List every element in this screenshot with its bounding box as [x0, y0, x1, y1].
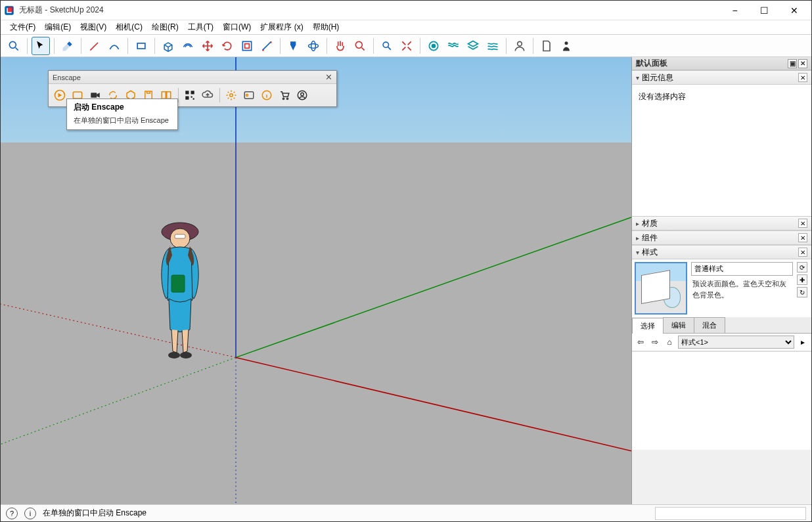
nav-home-icon[interactable]: ⌂: [664, 336, 675, 348]
eraser-tool[interactable]: [58, 37, 77, 55]
svg-point-13: [383, 42, 388, 47]
svg-line-14: [388, 47, 391, 49]
layers2-icon[interactable]: [484, 37, 502, 55]
pencil-tool[interactable]: [85, 37, 104, 55]
rectangle-tool[interactable]: [132, 37, 150, 55]
chevron-right-icon: ▸: [636, 220, 639, 227]
extension-icon[interactable]: [444, 37, 462, 55]
panel-close-icon[interactable]: ✕: [798, 73, 807, 82]
tray-close-icon[interactable]: ✕: [798, 59, 807, 68]
enscape-close-icon[interactable]: ✕: [325, 72, 332, 82]
menu-window[interactable]: 窗口(W): [219, 20, 255, 34]
zoom-tool[interactable]: [351, 37, 369, 55]
offset-tool[interactable]: [179, 37, 197, 55]
svg-point-48: [282, 98, 284, 99]
menu-help[interactable]: 帮助(H): [309, 20, 344, 34]
svg-rect-39: [185, 97, 189, 100]
enscape-account-icon[interactable]: [294, 87, 311, 104]
menu-file[interactable]: 文件(F): [6, 20, 39, 34]
svg-point-9: [309, 43, 319, 48]
rotate-tool[interactable]: [218, 37, 237, 55]
enscape-info-icon[interactable]: [258, 87, 275, 104]
enscape-qr-icon[interactable]: [181, 87, 198, 104]
enscape-manage-icon[interactable]: [240, 87, 258, 104]
svg-line-23: [236, 357, 631, 450]
svg-rect-40: [191, 97, 192, 98]
zoom-window-tool[interactable]: [397, 37, 416, 55]
warehouse-icon[interactable]: [424, 37, 443, 55]
enscape-title-label: Enscape: [53, 74, 81, 81]
tray-pin-icon[interactable]: ▣: [788, 59, 797, 68]
orbit-tool[interactable]: [304, 37, 323, 55]
panel-close-icon[interactable]: ✕: [798, 248, 807, 257]
style-refresh-icon[interactable]: ↻: [797, 287, 807, 297]
paint-tool[interactable]: [284, 37, 303, 55]
user-icon[interactable]: [510, 37, 529, 55]
arc-tool[interactable]: [105, 37, 124, 55]
panel-close-icon[interactable]: ✕: [798, 233, 807, 242]
svg-rect-32: [73, 92, 81, 98]
svg-rect-33: [91, 93, 97, 98]
panel-components-head[interactable]: ▸ 组件 ✕: [632, 230, 811, 245]
viewport[interactable]: Enscape ✕: [1, 57, 631, 504]
pan-tool[interactable]: [331, 37, 350, 55]
scale-tool[interactable]: [238, 37, 256, 55]
svg-point-17: [518, 41, 522, 46]
nav-forward-icon[interactable]: ⇨: [649, 336, 661, 348]
search-icon[interactable]: [5, 37, 23, 55]
move-tool[interactable]: [198, 37, 217, 55]
help-icon[interactable]: ?: [6, 508, 18, 519]
nav-back-icon[interactable]: ⇦: [635, 336, 646, 348]
panel-materials-head[interactable]: ▸ 材质 ✕: [632, 216, 811, 230]
sketchup-icon: [3, 5, 15, 16]
enscape-title[interactable]: Enscape ✕: [49, 71, 336, 84]
document-icon[interactable]: [537, 37, 556, 55]
panel-close-icon[interactable]: ✕: [798, 219, 807, 228]
tray-header[interactable]: 默认面板 ▣ ✕: [632, 57, 811, 70]
svg-point-16: [432, 44, 436, 47]
style-update-icon[interactable]: ⟳: [797, 262, 807, 272]
tab-edit[interactable]: 编辑: [663, 317, 694, 333]
style-name-input[interactable]: 普通样式: [691, 262, 793, 276]
style-collection-select[interactable]: 样式<1>: [678, 336, 794, 349]
enscape-settings-icon[interactable]: [223, 87, 240, 104]
zoom-extents-tool[interactable]: [378, 37, 396, 55]
style-list-area[interactable]: [632, 351, 811, 450]
panel-styles-head[interactable]: ▾ 样式 ✕: [632, 245, 811, 259]
svg-rect-28: [171, 275, 185, 292]
svg-point-30: [180, 352, 192, 359]
minimize-button[interactable]: −: [720, 1, 750, 20]
svg-point-29: [168, 352, 180, 359]
svg-line-21: [236, 217, 631, 357]
style-new-icon[interactable]: ✚: [797, 274, 807, 285]
svg-line-22: [1, 357, 236, 444]
enscape-upload-icon[interactable]: [199, 87, 216, 104]
menu-view[interactable]: 视图(V): [76, 20, 110, 34]
measurements-input[interactable]: [655, 507, 806, 520]
person-icon[interactable]: [557, 37, 575, 55]
close-button[interactable]: ✕: [779, 1, 809, 20]
chevron-right-icon: ▸: [636, 234, 639, 242]
menu-tools[interactable]: 工具(T): [184, 20, 217, 34]
tab-mix[interactable]: 混合: [694, 317, 725, 333]
tape-tool[interactable]: [258, 37, 276, 55]
tooltip: 启动 Enscape 在单独的窗口中启动 Enscape: [66, 98, 178, 130]
style-thumbnail[interactable]: [635, 262, 687, 315]
tab-select[interactable]: 选择: [632, 318, 664, 334]
status-text: 在单独的窗口中启动 Enscape: [43, 508, 147, 519]
menu-draw[interactable]: 绘图(R): [148, 20, 183, 34]
nav-details-icon[interactable]: ▸: [797, 336, 809, 348]
select-tool[interactable]: [32, 37, 50, 55]
menu-extensions[interactable]: 扩展程序 (x): [256, 20, 307, 34]
layers-icon[interactable]: [464, 37, 482, 55]
maximize-button[interactable]: ☐: [750, 1, 779, 20]
menu-edit[interactable]: 编辑(E): [41, 20, 75, 34]
enscape-cart-icon[interactable]: [276, 87, 293, 104]
pushpull-tool[interactable]: [159, 37, 177, 55]
menu-camera[interactable]: 相机(C): [112, 20, 147, 34]
svg-line-5: [90, 43, 98, 51]
panel-entity-info-body: 没有选择内容: [632, 85, 811, 216]
info-icon[interactable]: i: [24, 508, 36, 519]
svg-point-11: [355, 41, 362, 48]
panel-entity-info-head[interactable]: ▾ 图元信息 ✕: [632, 70, 811, 85]
